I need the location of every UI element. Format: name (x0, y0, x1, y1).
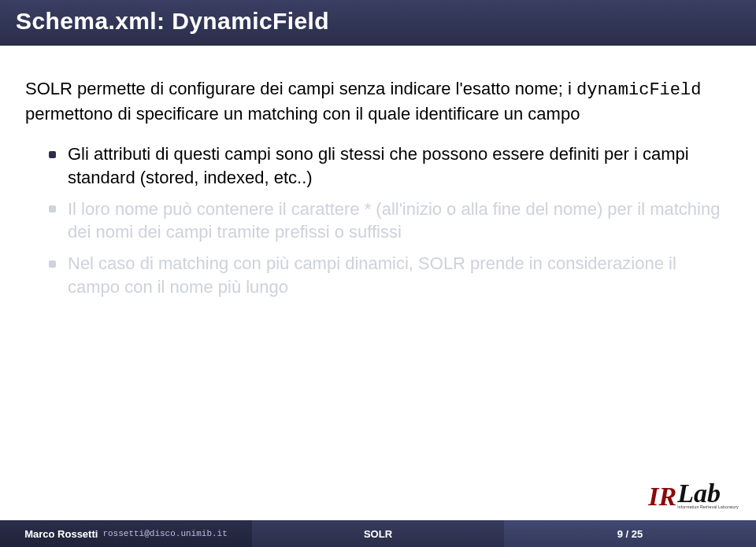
logo-lab: Lab (677, 482, 721, 506)
list-item-text: Gli attributi di questi campi sono gli s… (68, 144, 689, 187)
list-item-text: Nel caso di matching con più campi dinam… (68, 253, 676, 297)
intro-code: dynamicField (576, 80, 701, 100)
footer-page: 9 / 25 (504, 520, 756, 547)
list-item: Il loro nome può contenere il carattere … (49, 198, 731, 244)
slide: Schema.xml: DynamicField SOLR permette d… (0, 0, 756, 547)
intro-text-2: permettono di specificare un matching co… (25, 104, 580, 124)
footer-author-email: rossetti@disco.unimib.it (102, 529, 227, 538)
intro-paragraph: SOLR permette di configurare dei campi s… (25, 77, 731, 125)
bullet-list: Gli attributi di questi campi sono gli s… (49, 142, 731, 298)
irlab-logo: IR Lab Information Retrieval Laboratory (648, 482, 739, 509)
footer: Marco Rossetti rossetti@disco.unimib.it … (0, 520, 756, 547)
list-item-text: Il loro nome può contenere il carattere … (68, 199, 720, 242)
footer-title: SOLR (252, 520, 504, 547)
intro-text-1: SOLR permette di configurare dei campi s… (25, 79, 576, 98)
footer-author: Marco Rossetti rossetti@disco.unimib.it (0, 520, 252, 547)
logo-subtitle: Information Retrieval Laboratory (677, 504, 739, 509)
slide-title: Schema.xml: DynamicField (0, 0, 756, 46)
logo-lab-box: Lab Information Retrieval Laboratory (677, 482, 739, 509)
list-item: Nel caso di matching con più campi dinam… (49, 252, 731, 298)
list-item: Gli attributi di questi campi sono gli s… (49, 142, 731, 189)
slide-body: SOLR permette di configurare dei campi s… (0, 46, 756, 520)
logo-ir: IR (648, 485, 676, 509)
footer-author-name: Marco Rossetti (24, 528, 98, 540)
